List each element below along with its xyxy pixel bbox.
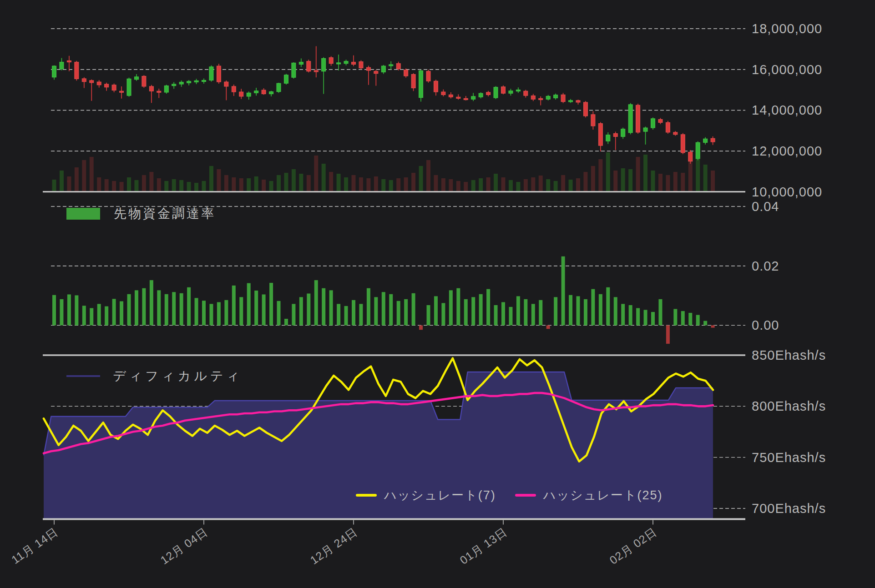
funding-rate-bar <box>157 290 161 325</box>
candle-body <box>224 82 228 86</box>
funding-rate-bar <box>486 289 490 326</box>
funding-rate-bar <box>277 301 281 326</box>
price-axis-label: 18,000,000 <box>752 21 822 36</box>
volume-bar <box>643 155 647 191</box>
candle-body <box>90 80 94 83</box>
price-axis-label: 10,000,000 <box>752 184 822 199</box>
funding-rate-bar <box>209 304 213 325</box>
volume-bar <box>531 177 535 191</box>
funding-rate-bar <box>501 302 505 325</box>
hashrate-axis-label: 700Ehash/s <box>752 501 826 516</box>
funding-rate-bar <box>382 292 385 325</box>
funding-rate-bar <box>673 309 677 325</box>
candle-body <box>374 71 378 74</box>
difficulty-legend-label: ディフィカルティ <box>113 367 243 385</box>
funding-rate-bar <box>516 296 520 325</box>
volume-bar <box>269 181 273 191</box>
candle-body <box>464 98 468 100</box>
funding-rate-bar <box>292 304 295 325</box>
candle-body <box>277 83 281 91</box>
funding-rate-bar <box>561 256 565 326</box>
funding-rate-bar <box>456 288 460 326</box>
funding-rate-legend-label: 先物資金調達率 <box>114 205 216 222</box>
volume-bar <box>673 172 678 191</box>
candle-body <box>426 71 430 81</box>
volume-bar <box>509 180 513 191</box>
volume-bar <box>681 173 685 191</box>
funding-axis-label: 0.04 <box>752 199 779 214</box>
candle-body <box>209 67 213 80</box>
candle-body <box>516 90 520 91</box>
funding-rate-bar <box>217 302 221 325</box>
volume-bar <box>561 175 565 191</box>
volume-bar <box>277 175 281 191</box>
candle-body <box>621 129 625 137</box>
candle-body <box>643 128 647 131</box>
hashrate25-legend-label: ハッシュレート(25) <box>543 487 663 503</box>
candle-body <box>217 66 221 82</box>
funding-rate-bar <box>105 307 108 326</box>
volume-bar <box>112 181 116 191</box>
legend-funding-rate[interactable]: 先物資金調達率 <box>66 205 216 222</box>
candle-body <box>554 95 558 98</box>
funding-rate-bar <box>644 310 647 325</box>
volume-bar <box>352 175 356 191</box>
funding-rate-bar <box>165 294 168 326</box>
candle-body <box>524 91 528 95</box>
funding-rate-bar <box>344 306 348 325</box>
candle-body <box>127 79 131 95</box>
funding-rate-bar <box>97 304 101 325</box>
candle-body <box>307 61 311 71</box>
candle-body <box>598 124 602 146</box>
candle-body <box>696 142 700 158</box>
candle-body <box>419 70 423 97</box>
price-axis-label: 16,000,000 <box>752 62 822 77</box>
candle-body <box>456 97 460 98</box>
funding-rate-bar <box>352 300 355 326</box>
volume-bar <box>202 181 206 191</box>
volume-bar <box>576 178 580 191</box>
candle-body <box>239 92 243 96</box>
volume-bar <box>696 158 700 191</box>
candle-body <box>471 96 475 99</box>
candle-body <box>673 132 678 135</box>
funding-rate-bar <box>412 293 415 326</box>
volume-bar <box>157 178 161 191</box>
volume-bar <box>247 178 251 191</box>
funding-rate-bar <box>52 295 56 326</box>
volume-bar <box>381 179 385 191</box>
candle-body <box>97 82 101 85</box>
volume-bar <box>666 175 670 191</box>
volume-bar <box>711 171 715 191</box>
volume-bar <box>329 172 333 191</box>
volume-bar <box>636 157 640 191</box>
volume-bar <box>105 179 109 191</box>
volume-bar <box>591 166 595 191</box>
volume-bar <box>292 169 296 191</box>
candle-body <box>329 58 333 64</box>
volume-bar <box>426 160 430 191</box>
volume-bar <box>344 177 348 191</box>
volume-bar <box>606 152 610 191</box>
funding-rate-bar <box>247 283 251 326</box>
volume-bar <box>569 180 573 191</box>
funding-rate-bar <box>254 291 258 325</box>
candle-body <box>120 91 124 92</box>
funding-rate-bar <box>681 311 685 325</box>
candle-body <box>105 84 109 87</box>
candle-body <box>299 62 303 65</box>
volume-bar <box>524 179 528 191</box>
candle-body <box>666 122 670 132</box>
volume-bar <box>486 177 491 191</box>
volume-bar <box>52 180 56 191</box>
volume-bar <box>232 177 236 191</box>
candle-body <box>366 67 370 70</box>
funding-rate-bar <box>172 292 176 325</box>
volume-bar <box>501 177 506 191</box>
volume-bar <box>172 179 176 191</box>
funding-axis-label: 0.00 <box>752 318 779 333</box>
legend-difficulty[interactable]: ディフィカルティ <box>66 368 243 384</box>
legend-hashrate[interactable]: ハッシュレート(7) ハッシュレート(25) <box>356 487 663 503</box>
funding-rate-bar <box>539 300 542 326</box>
candle-body <box>269 92 273 94</box>
